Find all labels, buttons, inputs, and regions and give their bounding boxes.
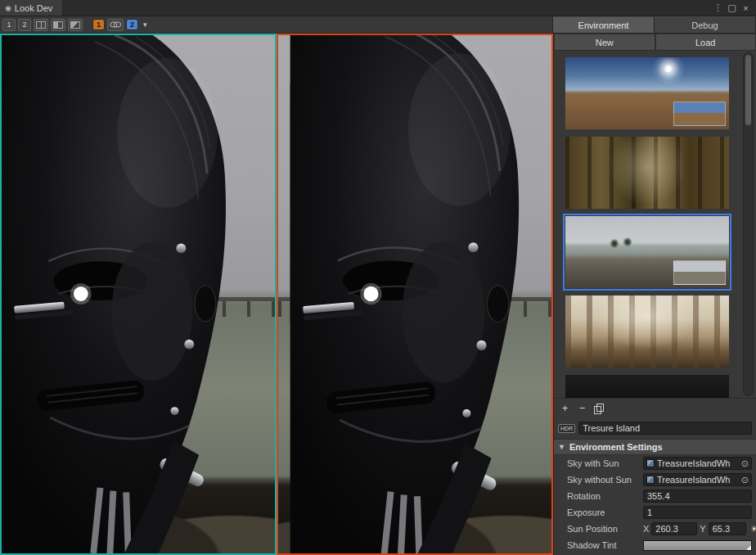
titlebar-spacer [63,0,711,16]
sky-with-sun-label: Sky with Sun [567,458,641,468]
main-area: New Load + − [0,34,756,555]
sky-without-sun-row: Sky without Sun TreasureIslandWh ⊙ [554,472,756,488]
hdr-name-row: HDR [554,417,756,439]
sun-position-label: Sun Position [567,524,641,534]
thumbnail-scrollbar[interactable] [743,52,754,396]
thumbnail-inset-preview [673,102,726,126]
sun-position-row: Sun Position X Y ☀ [554,521,756,537]
environment-2-badge[interactable]: 2 [126,19,138,30]
lookdev-window: ◉ Look Dev ⋮ ▢ × 1 2 1 2 ▾ [0,0,756,555]
shadow-tint-label: Shadow Tint [567,540,641,550]
rotation-row: Rotation [554,488,756,504]
split-view-icon [53,21,63,29]
remove-hdri-button[interactable]: − [577,402,587,414]
library-actions: New Load [554,34,756,51]
object-picker-icon[interactable]: ⊙ [741,458,749,469]
sun-position-x-input[interactable] [651,522,697,535]
window-tab-lookdev[interactable]: ◉ Look Dev [0,0,63,16]
split-view-button[interactable] [51,19,65,31]
add-hdri-button[interactable]: + [560,402,570,414]
environment-settings-title: Environment Settings [569,442,663,452]
new-button[interactable]: New [554,34,655,51]
link-icon [110,20,121,29]
dropdown-caret-icon[interactable]: ▾ [141,20,150,29]
hdri-thumbnail-dark[interactable] [565,375,729,398]
render-view-1[interactable] [0,34,277,555]
hdri-list-actions: + − [554,398,756,417]
sky-without-sun-label: Sky without Sun [567,475,641,485]
robot-head-render [2,35,275,553]
rotation-label: Rotation [567,491,641,501]
duplicate-hdri-button[interactable] [594,404,604,413]
toolbar-row: 1 2 1 2 ▾ Environment Debug [0,16,756,34]
cubemap-icon [646,476,655,484]
zone-view-icon [70,21,80,29]
environment-panel: New Load + − [553,34,756,555]
hdri-thumbnail-forest[interactable] [565,137,729,209]
titlebar: ◉ Look Dev ⋮ ▢ × [0,0,756,16]
zone-view-button[interactable] [68,19,83,31]
hdri-thumbnails [554,51,740,398]
tab-environment[interactable]: Environment [553,16,655,33]
hdri-thumbnail-treasure-island[interactable] [565,216,729,288]
lookdev-toolbar: 1 2 1 2 ▾ [0,16,553,33]
foldout-arrow-icon: ▼ [558,443,565,451]
side-by-side-icon [36,21,46,29]
environment-1-badge[interactable]: 1 [92,19,105,30]
exposure-row: Exposure [554,504,756,521]
hdri-name-input[interactable] [578,422,752,435]
view1-button[interactable]: 1 [2,19,16,31]
side-by-side-view-button[interactable] [34,19,48,31]
menu-icon[interactable]: ⋮ [711,2,725,13]
sky-with-sun-object-field[interactable]: TreasureIslandWh ⊙ [643,457,752,470]
render-view-2[interactable] [277,34,553,555]
thumbnail-inset-preview [673,260,726,285]
window-controls: ⋮ ▢ × [711,0,756,16]
hdri-thumbnail-desert-sun[interactable] [565,57,729,129]
view2-button[interactable]: 2 [18,19,31,31]
hdr-badge: HDR [558,424,575,433]
exposure-label: Exposure [567,508,641,517]
y-axis-label: Y [700,524,705,534]
eye-icon: ◉ [5,4,11,12]
shadow-tint-row: Shadow Tint [554,537,756,553]
tab-debug[interactable]: Debug [655,16,756,33]
link-environments-button[interactable] [107,19,124,31]
sky-with-sun-row: Sky with Sun TreasureIslandWh ⊙ [554,455,756,472]
hdri-thumbnail-church-interior[interactable] [565,296,729,368]
load-button[interactable]: Load [655,34,756,51]
cubemap-icon [646,459,655,467]
rotation-input[interactable] [643,490,752,503]
window-title: Look Dev [15,3,52,13]
render-viewport [0,34,553,555]
scrollbar-thumb[interactable] [745,55,751,125]
x-axis-label: X [643,524,649,534]
object-picker-icon[interactable]: ⊙ [741,475,749,485]
close-icon[interactable]: × [739,3,753,13]
sidepanel-tabs: Environment Debug [553,16,756,33]
shadow-tint-color-swatch[interactable] [643,540,752,551]
sky-with-sun-value: TreasureIslandWh [657,458,740,468]
environment-settings-header[interactable]: ▼ Environment Settings [554,439,756,455]
maximize-icon[interactable]: ▢ [725,2,739,13]
sun-icon[interactable]: ☀ [749,524,756,535]
robot-head-render [290,34,553,555]
exposure-input[interactable] [643,506,752,519]
sky-without-sun-value: TreasureIslandWh [657,475,740,485]
sky-without-sun-object-field[interactable]: TreasureIslandWh ⊙ [643,473,752,486]
sun-position-y-input[interactable] [709,522,746,535]
hdri-list [554,51,756,398]
